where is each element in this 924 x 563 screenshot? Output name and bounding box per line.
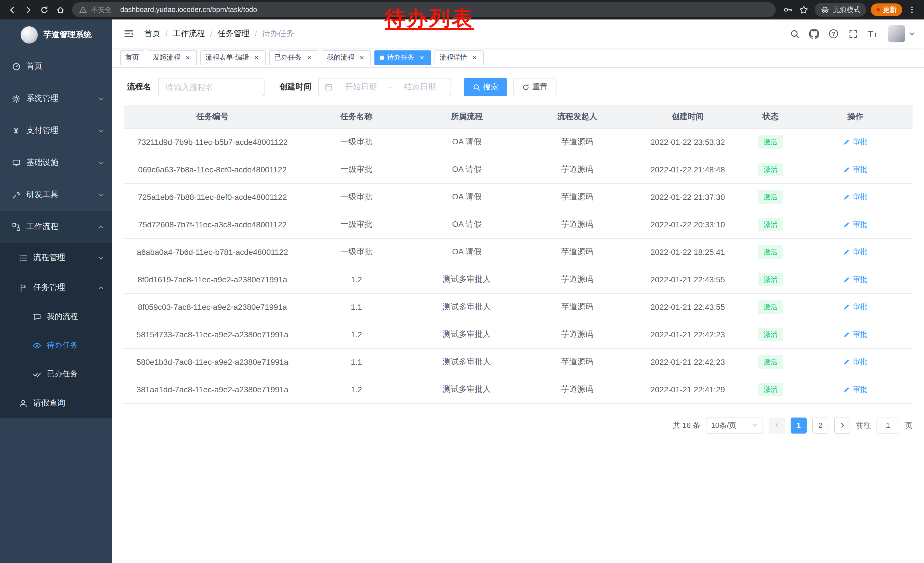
approve-link[interactable]: 审批 [843, 357, 867, 367]
table-row: 58154733-7ac8-11ec-a9e2-a2380e71991a 1.2… [124, 321, 912, 348]
cell-initiator: 芋道源码 [522, 348, 633, 376]
browser-menu-icon[interactable] [904, 2, 920, 17]
goto-page-input[interactable] [876, 417, 899, 433]
font-size-icon[interactable]: TT [864, 25, 881, 42]
prev-page-button[interactable] [769, 417, 785, 433]
cell-status: 激活 [743, 376, 798, 403]
tab-首页[interactable]: 首页 [120, 50, 144, 65]
goto-unit: 页 [905, 420, 912, 431]
cell-created: 2022-01-22 21:48:48 [633, 156, 743, 183]
password-key-icon[interactable] [780, 2, 795, 17]
process-name-input[interactable] [158, 78, 264, 96]
cell-task-id: 580e1b3d-7ac8-11ec-a9e2-a2380e71991a [124, 348, 301, 376]
chat-bubble-icon [32, 312, 41, 321]
app-logo[interactable]: 芋道管理系统 [0, 20, 112, 50]
back-button[interactable] [4, 2, 20, 17]
tab-close-icon[interactable]: × [252, 54, 261, 62]
breadcrumb: 首页 / 工作流程 / 任务管理 / 待办任务 [144, 29, 294, 39]
cell-initiator: 芋道源码 [522, 266, 633, 293]
github-icon[interactable] [806, 25, 823, 42]
sidebar-item-workflow[interactable]: 工作流程 [0, 211, 112, 243]
bookmark-star-icon[interactable] [796, 2, 811, 17]
update-alert-dot [876, 8, 880, 12]
approve-link[interactable]: 审批 [843, 302, 867, 312]
avatar-caret-icon[interactable] [909, 31, 915, 37]
sidebar-item-infrastructure[interactable]: 基础设施 [0, 147, 112, 179]
sidebar-item-my-processes[interactable]: 我的流程 [0, 302, 112, 331]
goto-label: 前往 [856, 420, 871, 431]
tab-close-icon[interactable]: × [418, 54, 426, 62]
cell-task-id: a6aba0a4-7b6d-11ec-b781-acde48001122 [124, 238, 301, 266]
tools-icon [12, 190, 21, 199]
sidebar-item-dev-tools[interactable]: 研发工具 [0, 179, 112, 211]
date-range-picker[interactable]: 开始日期 - 结束日期 [318, 78, 451, 96]
page-button-1[interactable]: 1 [790, 417, 807, 433]
incognito-badge: 无痕模式 [814, 3, 866, 17]
search-icon[interactable] [786, 25, 803, 42]
home-button[interactable] [52, 2, 68, 17]
main-area: 首页 / 工作流程 / 任务管理 / 待办任务 ? [112, 20, 924, 563]
cell-status: 激活 [743, 348, 798, 376]
cell-task-name: 一级审批 [301, 238, 412, 266]
sidebar-item-process-management[interactable]: 流程管理 [0, 243, 112, 273]
status-badge: 激活 [758, 327, 783, 341]
sidebar-item-home[interactable]: 首页 [0, 50, 112, 83]
cell-created: 2022-01-21 22:43:55 [633, 293, 743, 321]
tab-发起流程[interactable]: 发起流程 × [148, 50, 197, 65]
tab-流程详情[interactable]: 流程详情 × [435, 50, 484, 65]
tab-流程表单-编辑[interactable]: 流程表单-编辑 × [200, 50, 266, 65]
sidebar-collapse-icon[interactable] [122, 26, 136, 41]
approve-link[interactable]: 审批 [843, 219, 867, 230]
breadcrumb-home[interactable]: 首页 [144, 29, 160, 39]
breadcrumb-task-management[interactable]: 任务管理 [218, 29, 250, 39]
svg-text:T: T [874, 32, 878, 38]
cell-task-name: 1.2 [301, 266, 412, 293]
header-initiator: 流程发起人 [522, 105, 633, 128]
table-row: 069c6a63-7b8a-11ec-8ef0-acde48001122 一级审… [124, 156, 912, 183]
approve-link[interactable]: 审批 [843, 164, 867, 175]
help-icon[interactable]: ? [825, 25, 842, 42]
table-row: 381aa1dd-7ac8-11ec-a9e2-a2380e71991a 1.2… [124, 376, 912, 403]
cell-process: OA 请假 [412, 238, 522, 266]
tab-close-icon[interactable]: × [305, 54, 313, 62]
cell-created: 2022-01-22 23:53:32 [633, 128, 743, 156]
cell-initiator: 芋道源码 [522, 321, 633, 348]
cell-actions: 审批 [798, 238, 912, 266]
sidebar-item-done-tasks[interactable]: 已办任务 [0, 360, 112, 388]
fullscreen-icon[interactable] [844, 25, 862, 42]
user-avatar[interactable] [888, 25, 905, 42]
sidebar-item-todo-tasks[interactable]: 待办任务 [0, 331, 112, 360]
page-size-select[interactable]: 10条/页 [706, 417, 763, 433]
approve-link[interactable]: 审批 [843, 329, 867, 339]
approve-link[interactable]: 审批 [843, 247, 867, 257]
tab-已办任务[interactable]: 已办任务 × [269, 50, 318, 65]
reset-button[interactable]: 重置 [513, 78, 556, 96]
tab-close-icon[interactable]: × [358, 54, 366, 62]
tabs-bar: 首页 发起流程 × 流程表单-编辑 × 已办任务 × 我的流程 × 待办任务 ×… [112, 48, 924, 68]
search-button[interactable]: 搜索 [464, 78, 507, 96]
tab-close-icon[interactable]: × [184, 54, 192, 62]
sidebar-item-leave-query[interactable]: 请假查询 [0, 388, 112, 418]
chevron-down-icon [98, 255, 104, 261]
tab-待办任务[interactable]: 待办任务 × [374, 50, 431, 65]
forward-button[interactable] [21, 2, 36, 17]
tab-close-icon[interactable]: × [471, 54, 478, 62]
tab-我的流程[interactable]: 我的流程 × [322, 50, 371, 65]
approve-link[interactable]: 审批 [843, 137, 867, 147]
address-bar[interactable]: 不安全 dashboard.yudao.iocoder.cn/bpm/task/… [72, 2, 776, 17]
approve-link[interactable]: 审批 [843, 192, 867, 202]
page-button-2[interactable]: 2 [812, 417, 828, 433]
approve-link[interactable]: 审批 [843, 384, 867, 395]
next-page-button[interactable] [834, 417, 850, 433]
sidebar-item-task-management[interactable]: 任务管理 [0, 273, 112, 302]
table-body: 73211d9d-7b9b-11ec-b5b7-acde48001122 一级审… [124, 128, 912, 403]
breadcrumb-workflow[interactable]: 工作流程 [173, 29, 205, 39]
update-button[interactable]: 更新 [871, 3, 902, 16]
status-badge: 激活 [758, 245, 783, 259]
refresh-button[interactable] [37, 2, 51, 17]
cell-process: 测试多审批人 [412, 266, 522, 293]
sidebar-item-payment[interactable]: ¥ 支付管理 [0, 114, 112, 147]
sidebar-item-system[interactable]: 系统管理 [0, 83, 112, 114]
workflow-icon [12, 222, 21, 231]
approve-link[interactable]: 审批 [843, 274, 867, 285]
